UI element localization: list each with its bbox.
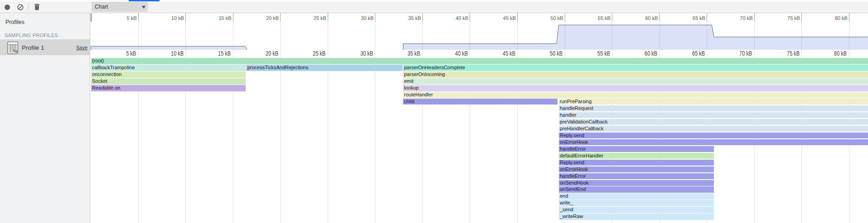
svg-text:%: %	[13, 48, 18, 54]
